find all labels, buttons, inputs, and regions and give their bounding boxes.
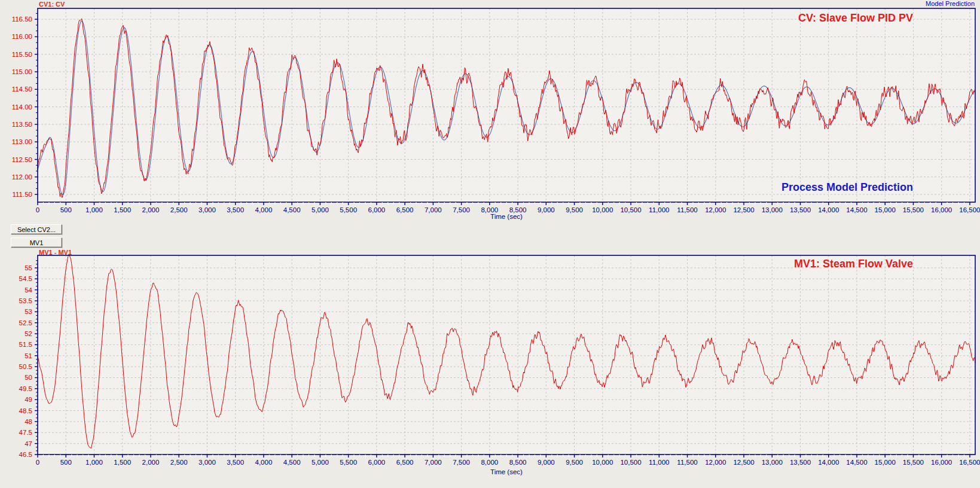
svg-text:4,000: 4,000: [255, 206, 273, 214]
svg-text:15,000: 15,000: [875, 459, 896, 466]
svg-text:8,500: 8,500: [509, 459, 527, 466]
mv1-xaxis-title: Time (sec): [490, 468, 523, 475]
svg-text:5,000: 5,000: [312, 206, 329, 214]
svg-text:6,500: 6,500: [396, 206, 414, 214]
svg-text:46.5: 46.5: [19, 451, 32, 458]
svg-text:7,000: 7,000: [425, 459, 442, 466]
svg-text:12,500: 12,500: [733, 206, 754, 214]
svg-text:48.5: 48.5: [19, 407, 32, 414]
svg-text:0: 0: [36, 459, 39, 466]
svg-text:113.00: 113.00: [12, 138, 32, 145]
svg-text:7,000: 7,000: [425, 206, 442, 214]
svg-text:13,500: 13,500: [790, 459, 811, 466]
svg-text:114.00: 114.00: [12, 103, 32, 111]
svg-text:51.5: 51.5: [19, 341, 32, 348]
svg-text:3,500: 3,500: [227, 206, 244, 214]
svg-text:5,500: 5,500: [340, 459, 357, 466]
svg-text:0: 0: [36, 206, 39, 214]
svg-text:8,000: 8,000: [481, 459, 498, 466]
svg-text:16,500: 16,500: [959, 459, 980, 466]
svg-text:2,500: 2,500: [170, 459, 188, 466]
svg-text:47.5: 47.5: [19, 429, 32, 436]
svg-text:10,000: 10,000: [592, 206, 613, 214]
svg-text:2,500: 2,500: [170, 206, 188, 214]
svg-text:3,000: 3,000: [199, 459, 216, 466]
mv-chart-title: MV1: Steam Flow Valve: [794, 258, 913, 270]
svg-text:113.50: 113.50: [12, 121, 32, 128]
cv1-series-label: CV1: CV: [39, 1, 65, 8]
svg-text:112.00: 112.00: [12, 173, 32, 181]
svg-text:49.5: 49.5: [19, 385, 32, 392]
svg-text:14,000: 14,000: [818, 206, 839, 214]
svg-text:9,500: 9,500: [566, 206, 583, 214]
svg-text:3,500: 3,500: [227, 459, 244, 466]
select-cv2-button[interactable]: Select CV2...: [11, 224, 62, 234]
svg-text:116.00: 116.00: [12, 33, 32, 40]
cv1-xaxis-title: Time (sec): [490, 213, 523, 220]
svg-text:49: 49: [25, 396, 32, 403]
svg-text:13,500: 13,500: [790, 206, 811, 214]
svg-text:15,500: 15,500: [903, 206, 924, 214]
svg-text:15,500: 15,500: [903, 459, 924, 466]
svg-text:9,000: 9,000: [538, 459, 555, 466]
svg-text:2,000: 2,000: [142, 459, 160, 466]
mv1-series-label: MV1 - MV1: [39, 249, 72, 256]
model-prediction-legend: Model Prediction: [926, 0, 975, 7]
svg-text:50: 50: [25, 374, 32, 381]
svg-text:11,500: 11,500: [677, 206, 697, 214]
svg-text:5,500: 5,500: [340, 206, 357, 214]
svg-text:6,000: 6,000: [368, 206, 385, 214]
svg-text:9,000: 9,000: [538, 206, 555, 214]
svg-text:115.00: 115.00: [12, 68, 32, 75]
svg-text:48: 48: [25, 418, 32, 425]
svg-text:13,000: 13,000: [762, 206, 783, 214]
svg-text:6,000: 6,000: [368, 459, 385, 466]
svg-text:2,000: 2,000: [142, 206, 160, 214]
svg-text:1,500: 1,500: [114, 459, 131, 466]
svg-text:51: 51: [25, 352, 32, 359]
svg-text:10,500: 10,500: [620, 206, 641, 214]
svg-text:5,000: 5,000: [312, 459, 329, 466]
svg-text:52: 52: [25, 330, 32, 337]
svg-text:114.50: 114.50: [12, 86, 32, 93]
svg-text:12,000: 12,000: [705, 206, 726, 214]
svg-text:111.50: 111.50: [13, 191, 32, 198]
svg-text:54.5: 54.5: [19, 275, 32, 282]
svg-text:53: 53: [25, 308, 32, 315]
svg-text:4,500: 4,500: [283, 206, 301, 214]
svg-text:112.50: 112.50: [12, 156, 32, 163]
svg-text:10,500: 10,500: [620, 459, 641, 466]
svg-text:16,000: 16,000: [931, 206, 952, 214]
svg-text:54: 54: [25, 286, 32, 294]
svg-text:16,500: 16,500: [959, 206, 980, 214]
svg-text:9,500: 9,500: [566, 459, 583, 466]
svg-text:14,000: 14,000: [818, 459, 839, 466]
svg-text:115.50: 115.50: [12, 51, 32, 58]
svg-text:7,500: 7,500: [453, 206, 470, 214]
svg-text:50.5: 50.5: [19, 363, 32, 370]
svg-text:11,500: 11,500: [677, 459, 697, 466]
model-prediction-annotation: Process Model Prediction: [781, 181, 913, 194]
application-window: 05001,0001,5002,0002,5003,0003,5004,0004…: [0, 0, 980, 488]
svg-text:13,000: 13,000: [762, 459, 783, 466]
svg-text:6,500: 6,500: [396, 459, 414, 466]
svg-text:14,500: 14,500: [846, 206, 867, 214]
svg-text:1,000: 1,000: [86, 459, 103, 466]
svg-text:10,000: 10,000: [592, 459, 613, 466]
svg-text:116.50: 116.50: [12, 16, 32, 23]
svg-text:4,000: 4,000: [255, 459, 273, 466]
svg-text:1,000: 1,000: [86, 206, 103, 214]
svg-text:15,000: 15,000: [875, 206, 896, 214]
svg-text:14,500: 14,500: [846, 459, 867, 466]
svg-text:12,500: 12,500: [733, 459, 754, 466]
svg-text:47: 47: [25, 440, 32, 447]
svg-text:53.5: 53.5: [19, 297, 32, 304]
cv-chart-title: CV: Slave Flow PID PV: [798, 12, 913, 25]
svg-text:52.5: 52.5: [19, 319, 32, 327]
svg-text:3,000: 3,000: [199, 206, 216, 214]
svg-text:55: 55: [25, 264, 32, 272]
svg-text:12,000: 12,000: [705, 459, 726, 466]
mv1-trend-chart[interactable]: 05001,0001,5002,0002,5003,0003,5004,0004…: [0, 246, 980, 488]
svg-text:7,500: 7,500: [453, 459, 470, 466]
svg-text:16,000: 16,000: [931, 459, 952, 466]
